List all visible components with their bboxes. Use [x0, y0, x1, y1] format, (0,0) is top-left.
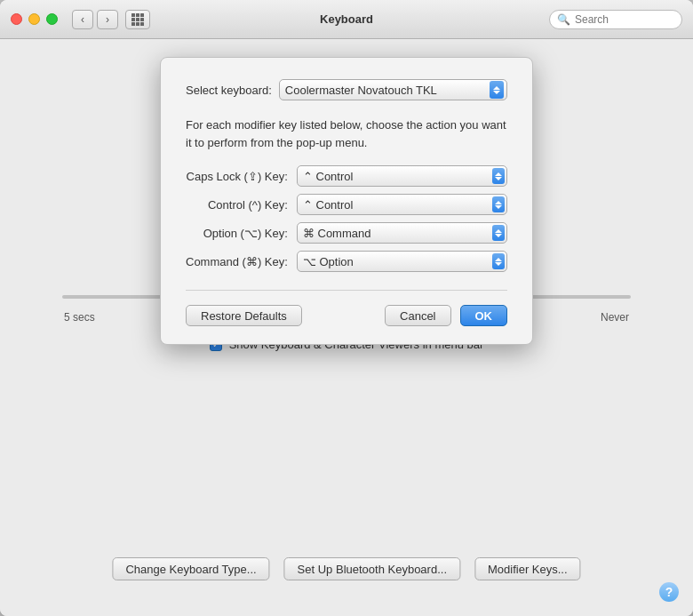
command-label: Command (⌘) Key: — [186, 255, 288, 268]
modal-buttons: Restore Defaults Cancel OK — [186, 290, 507, 326]
keyboard-dropdown-wrapper: Coolermaster Novatouch TKL — [279, 79, 507, 100]
nav-buttons: ‹ › — [72, 10, 118, 29]
search-icon: 🔍 — [557, 13, 570, 26]
restore-defaults-button[interactable]: Restore Defaults — [186, 305, 302, 326]
option-select[interactable]: ⌘ Command No Action ⇪ Caps Lock ⌃ Contro… — [297, 222, 507, 244]
search-box[interactable]: 🔍 — [549, 10, 682, 29]
caps-lock-dropdown: ⌃ Control No Action ⇪ Caps Lock ⌥ Option… — [297, 165, 507, 187]
ok-cancel-group: Cancel OK — [385, 305, 507, 326]
content-area: 5 secs 10 secs 30 secs 1 min 5 mins Neve… — [0, 39, 693, 616]
keyboard-select-row: Select keyboard: Coolermaster Novatouch … — [186, 79, 507, 100]
ok-button[interactable]: OK — [460, 305, 508, 326]
caps-lock-select[interactable]: ⌃ Control No Action ⇪ Caps Lock ⌥ Option… — [297, 165, 507, 187]
close-button[interactable] — [11, 13, 22, 25]
control-label: Control (^) Key: — [186, 198, 288, 212]
grid-button[interactable] — [125, 10, 150, 29]
command-select[interactable]: ⌥ Option No Action ⇪ Caps Lock ⌃ Control… — [297, 251, 507, 272]
modal-overlay: Select keyboard: Coolermaster Novatouch … — [0, 39, 693, 616]
back-button[interactable]: ‹ — [72, 10, 93, 29]
modifier-key-grid: Caps Lock (⇪) Key: ⌃ Control No Action ⇪… — [186, 165, 507, 272]
grid-icon — [131, 13, 144, 26]
main-window: ‹ › Keyboard 🔍 5 secs 1 — [0, 0, 693, 616]
minimize-button[interactable] — [28, 13, 40, 25]
keyboard-select[interactable]: Coolermaster Novatouch TKL — [279, 79, 507, 100]
traffic-lights — [11, 13, 58, 25]
modifier-keys-dialog: Select keyboard: Coolermaster Novatouch … — [160, 57, 533, 345]
window-title: Keyboard — [320, 12, 373, 26]
maximize-button[interactable] — [46, 13, 58, 25]
control-select[interactable]: ⌃ Control No Action ⇪ Caps Lock ⌥ Option… — [297, 194, 507, 215]
search-input[interactable] — [575, 13, 674, 26]
control-dropdown: ⌃ Control No Action ⇪ Caps Lock ⌥ Option… — [297, 194, 507, 215]
caps-lock-label: Caps Lock (⇪) Key: — [186, 170, 288, 183]
option-label: Option (⌥) Key: — [186, 227, 288, 240]
cancel-button[interactable]: Cancel — [385, 305, 450, 326]
description-text: For each modifier key listed below, choo… — [186, 116, 507, 151]
select-keyboard-label: Select keyboard: — [186, 84, 272, 97]
forward-button[interactable]: › — [97, 10, 118, 29]
titlebar: ‹ › Keyboard 🔍 — [0, 0, 693, 39]
option-dropdown: ⌘ Command No Action ⇪ Caps Lock ⌃ Contro… — [297, 222, 507, 244]
command-dropdown: ⌥ Option No Action ⇪ Caps Lock ⌃ Control… — [297, 251, 507, 272]
